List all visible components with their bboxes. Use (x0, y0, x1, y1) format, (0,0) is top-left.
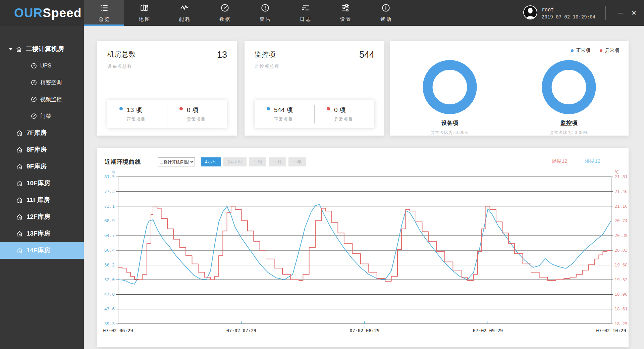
sidebar-item-label: UPS (40, 63, 51, 69)
close-button[interactable]: ✕ (627, 6, 641, 20)
window-separator (605, 6, 606, 20)
sidebar-item-11f[interactable]: 11F库房 (0, 192, 84, 208)
svg-text:43.6: 43.6 (104, 306, 115, 311)
svg-text:07-02 06:29: 07-02 06:29 (103, 328, 133, 333)
sidebar-item-9f[interactable]: 9F库房 (0, 158, 84, 175)
nav-item-label: 日志 (299, 16, 312, 22)
abnormal-cell: 0 项 异常项目 (315, 106, 374, 122)
nav-item-alerts[interactable]: 警告 (245, 0, 285, 26)
nav-item-energy[interactable]: 能耗 (164, 0, 205, 26)
svg-text:47.8: 47.8 (104, 292, 115, 297)
sidebar-item-label: 13F库房 (26, 229, 50, 238)
card-title: 监控项 (255, 50, 276, 59)
range-button-一年[interactable]: 一年 (288, 157, 306, 166)
sidebar-item-14f[interactable]: 14F库房 (0, 242, 84, 259)
nav-item-logs[interactable]: 日志 (285, 0, 325, 26)
range-button-4小时[interactable]: 4小时 (201, 157, 221, 166)
home-icon (16, 213, 23, 220)
sidebar-item-8f[interactable]: 8F库房 (0, 141, 84, 158)
svg-text:60.4: 60.4 (104, 248, 115, 253)
legend-ring-icon (600, 49, 602, 52)
environment-chart-panel: 近期环境曲线 二楼计算机房温湿环 4小时24小时一周一月一年 温度12湿度12 … (97, 148, 629, 347)
overview-icon (100, 3, 109, 14)
sidebar-item-door[interactable]: 门禁 (0, 108, 84, 124)
nav-item-map[interactable]: 地图 (124, 0, 164, 26)
donut-panel: 正常项异常项 设备项 异常占比为: 0.00% 监控项 异常占比为: 0.00% (390, 41, 629, 136)
abnormal-ring-icon (327, 107, 330, 110)
home-icon (16, 146, 23, 153)
donut-charts: 设备项 异常占比为: 0.00% 监控项 异常占比为: 0.00% (390, 41, 629, 136)
home-icon (16, 197, 23, 204)
chart-title: 近期环境曲线 (105, 158, 141, 166)
sidebar-item-12f[interactable]: 12F库房 (0, 208, 84, 225)
svg-text:52.0: 52.0 (104, 277, 115, 282)
donut-legend-item-abnormal[interactable]: 异常项 (600, 48, 619, 54)
abnormal-count: 0 项 (187, 106, 206, 114)
sidebar-item-10f[interactable]: 10F库房 (0, 175, 84, 192)
home-icon (16, 247, 23, 254)
sidebar-item-label: 8F库房 (26, 145, 47, 154)
range-button-24小时[interactable]: 24小时 (223, 157, 246, 166)
energy-icon (180, 3, 189, 14)
user-area: root 2019-07-02 10:29:04 ─ ✕ (523, 0, 644, 26)
nav-item-label: 警告 (258, 16, 272, 22)
nav-item-settings[interactable]: 设置 (325, 0, 366, 26)
gauge-icon (31, 80, 37, 86)
room-curve-select[interactable]: 二楼计算机房温湿环 (158, 157, 195, 166)
avatar[interactable] (523, 5, 538, 21)
sidebar-item-7f[interactable]: 7F库房 (0, 124, 84, 141)
donut-block: 设备项 异常占比为: 0.00% (390, 60, 509, 136)
donut-block: 监控项 异常占比为: 0.00% (509, 60, 629, 136)
abnormal-label: 异常项目 (334, 116, 353, 122)
minimize-button[interactable]: ─ (614, 6, 627, 20)
main-content: 机房总数 13 设备项总数 13 项 正常项目 0 项 异常项目 监控项 (84, 26, 644, 349)
donut-legend: 正常项异常项 (571, 48, 619, 54)
normal-cell: 544 项 正常项目 (255, 106, 314, 122)
monitor-items-card: 监控项 544 监控项总数 544 项 正常项目 0 项 异常项目 (245, 41, 384, 136)
caret-down-icon[interactable] (9, 48, 13, 51)
donut-label: 设备项 (441, 119, 458, 127)
range-button-一周[interactable]: 一周 (249, 157, 266, 166)
donut-ring (541, 60, 597, 114)
legend-label: 异常项 (605, 48, 619, 54)
sidebar-item-ups[interactable]: UPS (0, 57, 84, 74)
sidebar-item-room-2f[interactable]: 二楼计算机房 (0, 41, 84, 57)
card-summary: 544 项 正常项目 0 项 异常项目 (255, 100, 374, 128)
logo-part-speed: Speed (43, 6, 82, 20)
home-icon (16, 230, 23, 237)
current-datetime: 2019-07-02 10:29:04 (542, 14, 595, 19)
sidebar-item-hvac[interactable]: 精密空调 (0, 74, 84, 91)
sidebar-item-label: 二楼计算机房 (26, 45, 64, 53)
nav-item-data[interactable]: 数据 (205, 0, 245, 26)
legend-label: 正常项 (576, 48, 590, 54)
top-navigation: 总览地图能耗数据警告日志设置帮助 (84, 0, 406, 26)
chart-legend-temperature[interactable]: 温度12 (552, 158, 568, 164)
svg-text:20.39: 20.39 (614, 233, 628, 238)
sidebar: 二楼计算机房UPS精密空调视频监控门禁7F库房8F库房9F库房10F库房11F库… (0, 26, 84, 349)
abnormal-cell: 0 项 异常项目 (167, 106, 227, 122)
svg-text:81.5: 81.5 (104, 174, 115, 179)
normal-ring-icon (119, 107, 123, 110)
sidebar-item-cctv[interactable]: 视频监控 (0, 91, 84, 108)
environment-chart: 81.521.8177.321.4673.121.1068.920.7464.7… (97, 148, 629, 347)
sidebar-item-13f[interactable]: 13F库房 (0, 225, 84, 242)
logo-part-our: OUR (14, 6, 43, 20)
nav-item-overview[interactable]: 总览 (84, 0, 124, 26)
svg-text:07-02 09:29: 07-02 09:29 (473, 328, 503, 333)
range-button-一月[interactable]: 一月 (269, 157, 286, 166)
donut-legend-item-normal[interactable]: 正常项 (571, 48, 590, 54)
normal-count: 544 项 (274, 106, 293, 114)
sidebar-item-label: 10F库房 (26, 179, 50, 188)
svg-text:18.25: 18.25 (614, 321, 628, 326)
donut-label: 监控项 (560, 119, 578, 127)
nav-item-help[interactable]: 帮助 (366, 0, 406, 26)
normal-ring-icon (267, 107, 270, 110)
sidebar-item-label: 精密空调 (40, 79, 62, 86)
svg-text:39.3: 39.3 (104, 321, 115, 326)
sidebar-item-label: 12F库房 (26, 212, 50, 221)
chart-legend-humidity[interactable]: 湿度12 (585, 158, 600, 164)
gauge-icon (31, 96, 37, 102)
user-info: root 2019-07-02 10:29:04 (542, 7, 595, 19)
donut-caption: 异常占比为: 0.00% (550, 130, 588, 136)
chart-legend: 温度12湿度12 (552, 158, 600, 164)
